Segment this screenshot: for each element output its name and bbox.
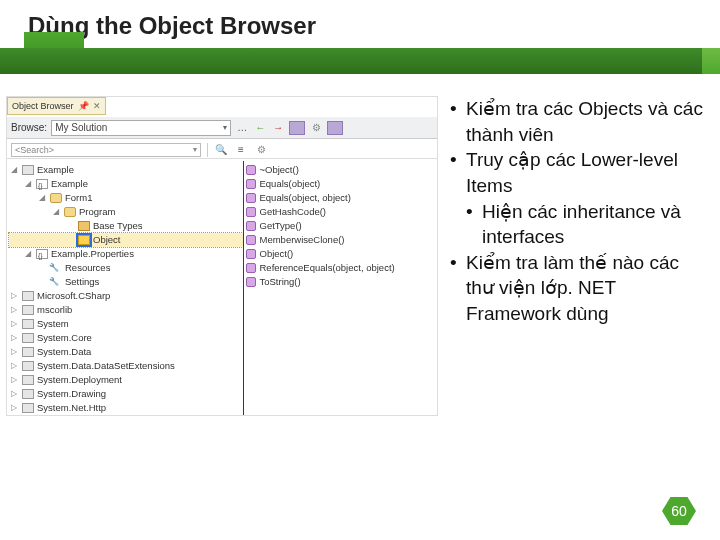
tree-node-label: Example bbox=[51, 177, 88, 191]
expand-icon[interactable]: ◢ bbox=[23, 177, 33, 191]
obj-icon bbox=[78, 235, 90, 245]
expand-icon[interactable]: ◢ bbox=[37, 191, 47, 205]
view-button[interactable] bbox=[327, 121, 343, 135]
expand-icon[interactable]: ▷ bbox=[9, 359, 19, 373]
method-icon bbox=[246, 263, 256, 273]
member-item[interactable]: Equals(object, object) bbox=[246, 191, 438, 205]
asm-icon bbox=[22, 403, 34, 413]
tree-node-label: Example bbox=[37, 163, 74, 177]
method-icon bbox=[246, 193, 256, 203]
tree-node[interactable]: Settings bbox=[9, 275, 243, 289]
tree-node[interactable]: ◢Example bbox=[9, 163, 243, 177]
settings-icon[interactable]: ⚙ bbox=[309, 121, 323, 135]
nav-back-icon[interactable]: ← bbox=[253, 121, 267, 135]
tree-node-label: Program bbox=[79, 205, 115, 219]
member-item[interactable]: GetHashCode() bbox=[246, 205, 438, 219]
member-label: GetHashCode() bbox=[260, 205, 327, 219]
tree-node-label: Settings bbox=[65, 275, 99, 289]
member-label: Equals(object) bbox=[260, 177, 321, 191]
member-label: ~Object() bbox=[260, 163, 299, 177]
tree-node[interactable]: ▷System.Drawing bbox=[9, 387, 243, 401]
search-go-icon[interactable]: 🔍 bbox=[214, 143, 228, 157]
page-number-badge: 60 bbox=[662, 496, 696, 526]
asm-icon bbox=[22, 361, 34, 371]
tree-node[interactable]: ▷Microsoft.CSharp bbox=[9, 289, 243, 303]
tree-node[interactable]: ▷System.Data bbox=[9, 345, 243, 359]
expand-icon[interactable]: ▷ bbox=[9, 345, 19, 359]
member-label: MemberwiseClone() bbox=[260, 233, 345, 247]
tree-node[interactable]: Base Types bbox=[9, 219, 243, 233]
tree-node-label: Resources bbox=[65, 261, 110, 275]
tree-node-label: System.Deployment bbox=[37, 373, 122, 387]
tree-node[interactable]: ◢Example bbox=[9, 177, 243, 191]
tree-node-label: System.Net.Http bbox=[37, 401, 106, 415]
search-settings-icon[interactable]: ⚙ bbox=[254, 143, 268, 157]
member-item[interactable]: MemberwiseClone() bbox=[246, 233, 438, 247]
tree-node-label: Form1 bbox=[65, 191, 92, 205]
asm-icon bbox=[22, 347, 34, 357]
member-label: Object() bbox=[260, 247, 294, 261]
expand-icon[interactable]: ◢ bbox=[23, 247, 33, 261]
expand-icon[interactable]: ▷ bbox=[9, 303, 19, 317]
class-icon bbox=[64, 207, 76, 217]
browse-scope-dropdown[interactable]: My Solution bbox=[51, 120, 231, 136]
tree-node-label: Object bbox=[93, 233, 120, 247]
object-browser-window: Object Browser 📌 ✕ Browse: My Solution …… bbox=[6, 96, 438, 416]
bullet-2a: Hiện các inheritance và interfaces bbox=[466, 199, 706, 250]
search-input[interactable]: <Search> bbox=[11, 143, 201, 157]
expand-icon[interactable]: ◢ bbox=[9, 163, 19, 177]
tree-node[interactable]: ◢Program bbox=[9, 205, 243, 219]
expand-icon[interactable]: ◢ bbox=[51, 205, 61, 219]
search-list-icon[interactable]: ≡ bbox=[234, 143, 248, 157]
tree-node[interactable]: ◢Example.Properties bbox=[9, 247, 243, 261]
tree-node-label: System bbox=[37, 317, 69, 331]
tree-node-label: Microsoft.CSharp bbox=[37, 289, 110, 303]
bullet-1: Kiểm tra các Objects và các thành viên bbox=[450, 96, 706, 147]
member-item[interactable]: Equals(object) bbox=[246, 177, 438, 191]
member-item[interactable]: ToString() bbox=[246, 275, 438, 289]
tree-node[interactable]: ◢Form1 bbox=[9, 191, 243, 205]
tree-node[interactable]: ▷System.Net.Http bbox=[9, 401, 243, 415]
tree-node[interactable]: ▷mscorlib bbox=[9, 303, 243, 317]
wrench-icon bbox=[50, 277, 62, 287]
pin-icon[interactable]: 📌 bbox=[78, 101, 89, 111]
tree-node-label: Example.Properties bbox=[51, 247, 134, 261]
asm-icon bbox=[22, 319, 34, 329]
expand-icon[interactable]: ▷ bbox=[9, 373, 19, 387]
tree-node[interactable]: Object bbox=[9, 233, 243, 247]
tree-node[interactable]: ▷System bbox=[9, 317, 243, 331]
tree-node[interactable]: ▷System.Core bbox=[9, 331, 243, 345]
ns-icon bbox=[36, 249, 48, 259]
expand-icon[interactable]: ▷ bbox=[9, 401, 19, 415]
method-icon bbox=[246, 235, 256, 245]
bullet-3: Kiểm tra làm thế nào các thư viện lớp. N… bbox=[450, 250, 706, 327]
tree-node[interactable]: ▷System.Data.DataSetExtensions bbox=[9, 359, 243, 373]
browse-more-button[interactable]: … bbox=[235, 121, 249, 135]
method-icon bbox=[246, 207, 256, 217]
object-browser-tab[interactable]: Object Browser 📌 ✕ bbox=[7, 97, 106, 115]
member-item[interactable]: ~Object() bbox=[246, 163, 438, 177]
tree-node[interactable]: Resources bbox=[9, 261, 243, 275]
expand-icon[interactable]: ▷ bbox=[9, 331, 19, 345]
member-item[interactable]: Object() bbox=[246, 247, 438, 261]
tree-node-label: System.Drawing bbox=[37, 387, 106, 401]
member-item[interactable]: GetType() bbox=[246, 219, 438, 233]
close-icon[interactable]: ✕ bbox=[93, 101, 101, 111]
expand-icon[interactable]: ▷ bbox=[9, 289, 19, 303]
nav-forward-icon[interactable]: → bbox=[271, 121, 285, 135]
tree-node-label: System.Data bbox=[37, 345, 91, 359]
tree-node[interactable]: ▷System.Deployment bbox=[9, 373, 243, 387]
slide-title: Dùng the Object Browser bbox=[0, 0, 720, 40]
expand-icon[interactable]: ▷ bbox=[9, 387, 19, 401]
object-tree[interactable]: ◢Example◢Example◢Form1◢ProgramBase Types… bbox=[7, 161, 244, 415]
method-icon bbox=[246, 277, 256, 287]
browse-scope-value: My Solution bbox=[55, 122, 107, 133]
asm-icon bbox=[22, 375, 34, 385]
expand-icon[interactable]: ▷ bbox=[9, 317, 19, 331]
method-icon bbox=[246, 249, 256, 259]
group-button[interactable] bbox=[289, 121, 305, 135]
member-item[interactable]: ReferenceEquals(object, object) bbox=[246, 261, 438, 275]
method-icon bbox=[246, 165, 256, 175]
member-list[interactable]: ~Object()Equals(object)Equals(object, ob… bbox=[244, 161, 438, 415]
slide-bullets: Kiểm tra các Objects và các thành viên T… bbox=[438, 96, 706, 480]
